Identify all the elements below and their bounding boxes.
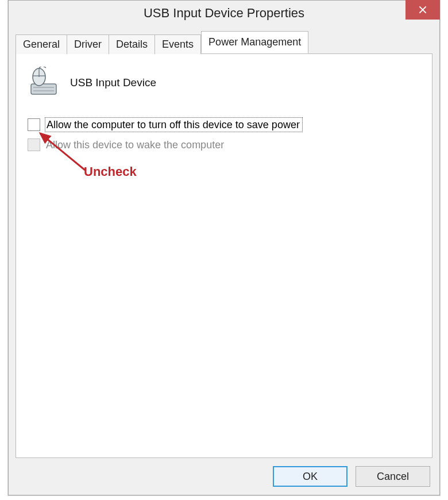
close-icon (419, 6, 427, 14)
device-name: USB Input Device (70, 76, 156, 89)
annotation-uncheck: Uncheck (16, 54, 432, 457)
mouse-keyboard-icon (28, 67, 60, 99)
cancel-button[interactable]: Cancel (356, 466, 430, 487)
option-allow-wake: Allow this device to wake the computer (28, 138, 420, 152)
device-header: USB Input Device (28, 67, 420, 99)
tab-events[interactable]: Events (155, 34, 201, 54)
dialog-buttons: OK Cancel (273, 466, 430, 487)
label-allow-wake: Allow this device to wake the computer (45, 138, 225, 152)
titlebar[interactable]: USB Input Device Properties (9, 1, 439, 26)
ok-button[interactable]: OK (273, 466, 347, 487)
label-allow-turn-off[interactable]: Allow the computer to turn off this devi… (45, 117, 303, 132)
client-area: General Driver Details Events Power Mana… (16, 33, 432, 458)
svg-rect-2 (31, 84, 56, 94)
tab-details[interactable]: Details (109, 34, 155, 54)
tab-strip: General Driver Details Events Power Mana… (16, 33, 432, 53)
properties-window: USB Input Device Properties General Driv… (8, 0, 440, 495)
tab-panel: USB Input Device Allow the computer to t… (16, 53, 432, 458)
window-title: USB Input Device Properties (144, 6, 304, 21)
tab-general[interactable]: General (16, 34, 67, 54)
tab-driver[interactable]: Driver (67, 34, 109, 54)
annotation-label: Uncheck (84, 164, 137, 179)
checkbox-allow-turn-off[interactable] (28, 118, 40, 131)
close-button[interactable] (405, 0, 440, 20)
checkbox-allow-wake (28, 139, 40, 151)
option-allow-turn-off: Allow the computer to turn off this devi… (28, 117, 420, 132)
tab-power-management[interactable]: Power Management (201, 31, 308, 53)
